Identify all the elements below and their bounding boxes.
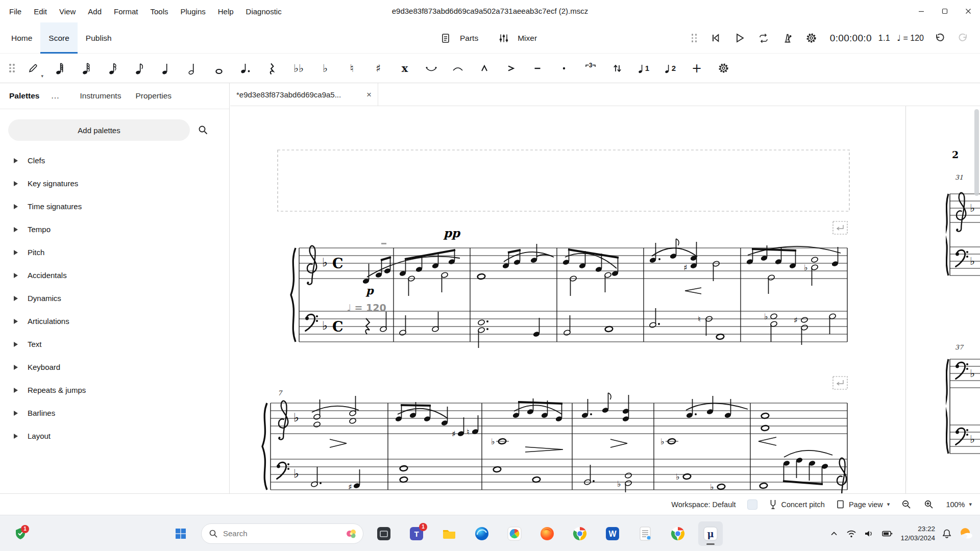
menu-add[interactable]: Add [82, 0, 108, 22]
notification-bell-icon[interactable] [942, 528, 952, 539]
sidebar-item-pitch[interactable]: Pitch [0, 241, 229, 264]
sidebar-item-accidentals[interactable]: Accidentals [0, 264, 229, 287]
wifi-icon[interactable] [846, 529, 857, 539]
taskbar-app-firefox[interactable] [535, 521, 559, 546]
menu-diagnostic[interactable]: Diagnostic [240, 0, 288, 22]
tuplet-button[interactable]: 3 [579, 57, 602, 80]
document-tab[interactable]: *e9d3e83f873abd6d69ca9a5... × [230, 83, 378, 106]
redo-button[interactable] [954, 30, 972, 47]
accent-button[interactable] [500, 57, 522, 80]
double-flat-button[interactable]: ♭♭ [287, 57, 310, 80]
system-break-icon[interactable] [833, 221, 847, 234]
tempo-marking[interactable]: ♩ = 120 [347, 302, 386, 313]
taskbar-app-teams[interactable]: T 1 [404, 521, 429, 546]
rewind-button[interactable] [707, 30, 724, 47]
tab-instruments[interactable]: Instruments [72, 83, 128, 109]
note-64th-button[interactable] [48, 57, 71, 80]
tab-publish[interactable]: Publish [78, 22, 120, 54]
customize-toolbar-button[interactable] [712, 57, 734, 80]
sidebar-item-repeats-jumps[interactable]: Repeats & jumps [0, 379, 229, 402]
sidebar-item-time-signatures[interactable]: Time signatures [0, 195, 229, 218]
taskbar-app-notepad[interactable] [633, 521, 657, 546]
note-whole-button[interactable] [208, 57, 230, 80]
vertical-scrollbar[interactable] [974, 109, 979, 196]
tray-chevron-up-icon[interactable] [829, 529, 839, 539]
page-view-select[interactable]: Page view ▾ [836, 499, 890, 509]
marcato-button[interactable] [473, 57, 496, 80]
augmentation-dot-button[interactable] [234, 57, 257, 80]
taskbar-app-chrome-2[interactable] [666, 521, 690, 546]
menu-file[interactable]: File [3, 0, 28, 22]
weather-icon[interactable] [959, 526, 974, 541]
tab-properties[interactable]: Properties [128, 83, 179, 109]
battery-icon[interactable] [881, 529, 894, 539]
close-button[interactable] [957, 0, 980, 22]
menu-view[interactable]: View [53, 0, 82, 22]
playback-beat[interactable]: 1.1 [878, 34, 890, 43]
menu-format[interactable]: Format [108, 0, 144, 22]
loop-playback-button[interactable] [755, 30, 772, 47]
taskbar-search[interactable] [201, 523, 363, 544]
maximize-button[interactable] [933, 0, 957, 22]
staccato-button[interactable] [553, 57, 575, 80]
taskbar-clock[interactable]: 23:22 12/03/2024 [900, 524, 935, 542]
taskbar-app-word[interactable]: W [600, 521, 625, 546]
sidebar-item-articulations[interactable]: Articulations [0, 310, 229, 333]
menu-tools[interactable]: Tools [144, 0, 175, 22]
taskbar-app-dark-window[interactable] [372, 521, 396, 546]
menu-edit[interactable]: Edit [28, 0, 53, 22]
note-eighth-button[interactable] [128, 57, 151, 80]
double-sharp-button[interactable]: x [394, 57, 416, 80]
search-palettes-button[interactable] [197, 124, 209, 136]
dynamic-p[interactable]: p [365, 284, 374, 297]
sidebar-item-key-signatures[interactable]: Key signatures [0, 172, 229, 195]
play-button[interactable] [731, 30, 748, 47]
zoom-in-button[interactable] [923, 499, 935, 510]
sidebar-item-clefs[interactable]: Clefs [0, 149, 229, 172]
taskbar-app-photos[interactable] [502, 521, 527, 546]
system-break-icon[interactable] [833, 377, 847, 389]
tray-shield-icon[interactable]: 1 [10, 523, 31, 544]
concert-pitch-button[interactable]: Concert pitch [769, 499, 825, 510]
tab-palettes[interactable]: Palettes [2, 83, 46, 109]
add-palettes-button[interactable]: Add palettes [8, 119, 190, 141]
flip-direction-button[interactable] [606, 57, 628, 80]
zoom-level-select[interactable]: 100% ▾ [946, 500, 972, 509]
tab-home[interactable]: Home [3, 22, 40, 54]
taskbar-app-file-explorer[interactable] [437, 521, 461, 546]
sidebar-item-tempo[interactable]: Tempo [0, 218, 229, 241]
concert-pitch-toggle[interactable] [747, 499, 757, 510]
note-16th-button[interactable] [102, 57, 124, 80]
metronome-button[interactable] [779, 30, 796, 47]
sidebar-item-keyboard[interactable]: Keyboard [0, 356, 229, 379]
menu-plugins[interactable]: Plugins [175, 0, 212, 22]
palettes-menu-button[interactable]: … [46, 91, 63, 101]
menu-help[interactable]: Help [212, 0, 240, 22]
slur-button[interactable] [447, 57, 469, 80]
sidebar-item-text[interactable]: Text [0, 333, 229, 356]
workspace-button[interactable]: Workspace: Default [671, 500, 736, 509]
minimize-button[interactable] [910, 0, 933, 22]
playback-tempo[interactable]: ♩ = 120 [897, 33, 924, 43]
note-32nd-button[interactable] [75, 57, 97, 80]
add-palette-item-button[interactable]: + [685, 57, 708, 80]
natural-button[interactable]: ♮ [340, 57, 363, 80]
flat-button[interactable]: ♭ [314, 57, 336, 80]
volume-icon[interactable] [864, 529, 875, 539]
sharp-button[interactable]: ♯ [367, 57, 389, 80]
note-toolbar-grip[interactable] [9, 64, 15, 72]
tenuto-button[interactable] [526, 57, 549, 80]
note-half-button[interactable] [181, 57, 204, 80]
parts-button[interactable]: Parts [440, 33, 478, 44]
title-frame[interactable] [278, 150, 849, 211]
voice-1-button[interactable]: 1 [632, 57, 655, 80]
start-button[interactable] [168, 521, 193, 546]
score-canvas[interactable]: ♭ ♭ C C pp p ♩ = 120 [230, 106, 980, 493]
rest-button[interactable] [261, 57, 283, 80]
mixer-button[interactable]: Mixer [498, 33, 537, 44]
search-input[interactable] [223, 529, 339, 538]
close-tab-icon[interactable]: × [366, 90, 372, 100]
playback-settings-button[interactable] [803, 30, 820, 47]
sidebar-item-layout[interactable]: Layout [0, 424, 229, 447]
note-quarter-button[interactable] [155, 57, 177, 80]
